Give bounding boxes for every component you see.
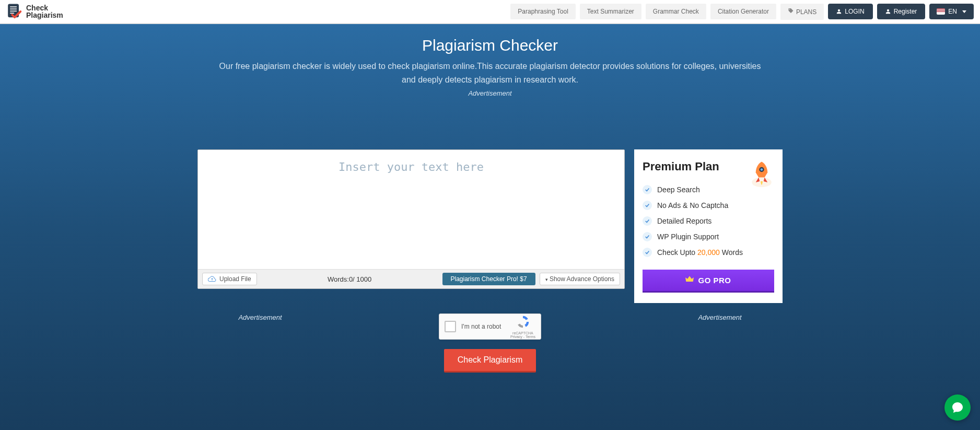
cloud-upload-icon bbox=[208, 276, 216, 282]
editor-container: Upload File Words:0/ 1000 Plagiarism Che… bbox=[197, 149, 625, 303]
ad-label-top: Advertisement bbox=[0, 89, 980, 97]
recaptcha-logo: reCAPTCHA Privacy - Terms bbox=[510, 315, 535, 339]
feature-reports: Detailed Reports bbox=[643, 213, 774, 229]
recaptcha-text: I'm not a robot bbox=[461, 323, 505, 330]
editor-toolbar: Upload File Words:0/ 1000 Plagiarism Che… bbox=[198, 269, 624, 288]
check-plagiarism-button[interactable]: Check Plagiarism bbox=[444, 349, 536, 373]
nav-citation[interactable]: Citation Generator bbox=[710, 4, 776, 19]
word-count: Words:0/ 1000 bbox=[261, 275, 438, 283]
language-selector[interactable]: EN bbox=[929, 4, 974, 19]
user-icon bbox=[885, 9, 891, 14]
hero-section: Plagiarism Checker Our free plagiarism c… bbox=[0, 24, 980, 430]
nav-plans[interactable]: PLANS bbox=[780, 4, 824, 20]
go-pro-button[interactable]: GO PRO bbox=[643, 270, 774, 293]
register-button[interactable]: Register bbox=[877, 4, 926, 19]
feature-wp-plugin: WP Plugin Support bbox=[643, 229, 774, 245]
feature-check-upto: Check Upto 20,000 Words bbox=[643, 245, 774, 260]
nav-right: Paraphrasing Tool Text Summarizer Gramma… bbox=[510, 4, 974, 20]
ad-label-right: Advertisement bbox=[668, 313, 772, 321]
advance-options-button[interactable]: ▾ Show Advance Options bbox=[540, 273, 620, 285]
premium-plan-card: Premium Plan Deep Search No Ads & No Cap… bbox=[634, 149, 783, 303]
nav-summarizer[interactable]: Text Summarizer bbox=[580, 4, 641, 19]
user-icon bbox=[836, 9, 842, 14]
logo-text: Check Plagiarism bbox=[26, 4, 63, 19]
check-icon bbox=[643, 216, 652, 226]
logo-icon bbox=[6, 3, 23, 20]
check-icon bbox=[643, 232, 652, 241]
page-title: Plagiarism Checker bbox=[0, 37, 980, 54]
svg-rect-1 bbox=[10, 6, 17, 7]
check-icon bbox=[643, 185, 652, 194]
svg-point-7 bbox=[761, 168, 763, 171]
nav-grammar[interactable]: Grammar Check bbox=[646, 4, 706, 19]
chat-icon bbox=[951, 401, 964, 414]
login-button[interactable]: LOGIN bbox=[828, 4, 872, 19]
flag-icon bbox=[937, 8, 945, 15]
pro-upgrade-button[interactable]: Plagiarism Checker Pro! $7 bbox=[442, 273, 535, 285]
nav-paraphrasing[interactable]: Paraphrasing Tool bbox=[510, 4, 576, 19]
recaptcha-checkbox[interactable] bbox=[445, 321, 456, 332]
tag-icon bbox=[788, 8, 794, 16]
recaptcha[interactable]: I'm not a robot reCAPTCHA Privacy - Term… bbox=[439, 313, 541, 340]
page-subtitle: Our free plagiarism checker is widely us… bbox=[203, 60, 777, 86]
crown-icon bbox=[685, 276, 694, 285]
check-icon bbox=[643, 248, 652, 257]
svg-rect-4 bbox=[10, 13, 14, 14]
svg-rect-3 bbox=[10, 10, 17, 11]
ad-label-left: Advertisement bbox=[208, 313, 312, 321]
feature-no-ads: No Ads & No Captcha bbox=[643, 197, 774, 213]
upload-file-button[interactable]: Upload File bbox=[202, 273, 257, 285]
chat-widget[interactable] bbox=[944, 394, 971, 421]
logo[interactable]: Check Plagiarism bbox=[6, 3, 63, 20]
rocket-icon bbox=[746, 158, 777, 189]
header: Check Plagiarism Paraphrasing Tool Text … bbox=[0, 0, 980, 24]
svg-rect-2 bbox=[10, 8, 17, 9]
check-icon bbox=[643, 201, 652, 210]
text-input[interactable] bbox=[198, 150, 624, 267]
